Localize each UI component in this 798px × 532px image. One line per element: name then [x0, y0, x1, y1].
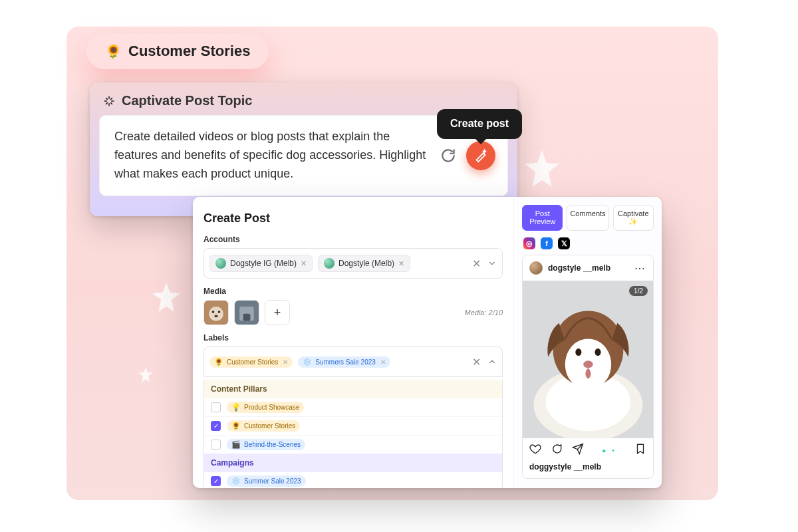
preview-caption-handle: doggystyle __melb	[523, 462, 653, 478]
emoji-icon: 🌻	[231, 422, 241, 430]
clear-all-icon[interactable]: ✕	[472, 356, 481, 368]
checkbox-icon[interactable]: ✓	[211, 421, 221, 431]
save-button[interactable]	[634, 443, 646, 458]
account-chip[interactable]: Dogstyle (Melb) ✕	[318, 255, 410, 272]
network-selector: ◎ f 𝕏	[523, 237, 654, 249]
svg-point-1	[209, 307, 223, 321]
sparkle-icon	[103, 95, 115, 107]
magic-wand-icon	[473, 148, 488, 163]
label-tag-text: Summers Sale 2023	[315, 358, 376, 366]
captivate-title: Captivate Post Topic	[122, 93, 252, 108]
checkbox-icon[interactable]	[211, 440, 221, 450]
media-thumbnail[interactable]	[203, 300, 229, 325]
x-icon[interactable]: 𝕏	[558, 237, 570, 249]
pillar-option[interactable]: ✓ 🌻Customer Stories	[204, 416, 502, 435]
instagram-preview-card: dogstyle __melb ⋯	[522, 255, 654, 479]
captivate-text: Create detailed videos or blog posts tha…	[114, 130, 426, 180]
star-icon	[136, 366, 155, 384]
more-options-button[interactable]: ⋯	[634, 262, 646, 275]
account-chip[interactable]: Dogstyle IG (Melb) ✕	[209, 255, 313, 272]
tab-captivate[interactable]: Captivate ✨	[613, 205, 654, 231]
create-post-title: Create Post	[203, 211, 503, 225]
carousel-dots-icon: ● •	[593, 447, 625, 454]
tab-post-preview[interactable]: Post Preview	[522, 205, 563, 231]
star-icon	[148, 279, 185, 317]
regenerate-button[interactable]	[437, 144, 460, 167]
label-tag[interactable]: ❄️ Summers Sale 2023 ✕	[298, 356, 390, 368]
checkbox-icon[interactable]: ✓	[211, 476, 221, 486]
labels-dropdown: Content Pillars 💡Product Showcase ✓ 🌻Cus…	[203, 380, 503, 488]
sunflower-icon: 🌻	[105, 43, 122, 59]
emoji-icon: 🎬	[231, 440, 241, 449]
label-tag[interactable]: 🌻 Customer Stories ✕	[209, 356, 293, 368]
pillar-option[interactable]: 💡Product Showcase	[204, 398, 502, 416]
share-button[interactable]	[572, 443, 584, 458]
account-chip-label: Dogstyle IG (Melb)	[230, 259, 297, 268]
sunflower-icon: 🌻	[214, 358, 223, 366]
accounts-label: Accounts	[203, 235, 503, 244]
chevron-up-icon[interactable]	[487, 357, 497, 366]
star-icon	[519, 146, 565, 193]
create-post-window: Create Post Accounts Dogstyle IG (Melb) …	[193, 197, 662, 488]
tab-comments[interactable]: Comments	[567, 205, 608, 231]
captivate-card: Captivate Post Topic Create detailed vid…	[90, 82, 517, 216]
pillar-option-label: Customer Stories	[244, 422, 295, 430]
create-post-button[interactable]: Create post	[466, 141, 495, 170]
campaign-option[interactable]: ✓ ❄️Summer Sale 2023	[204, 472, 502, 488]
preview-handle: dogstyle __melb	[548, 263, 610, 273]
media-label: Media	[203, 287, 503, 296]
remove-tag-icon[interactable]: ✕	[283, 358, 288, 366]
snowflake-icon: ❄️	[303, 358, 312, 366]
emoji-icon: 💡	[231, 403, 241, 412]
pillar-option-label: Product Showcase	[244, 404, 299, 411]
svg-point-2	[212, 311, 215, 313]
preview-image[interactable]: 1/2	[523, 281, 653, 438]
topic-badge-label: Customer Stories	[128, 43, 250, 60]
avatar-icon	[529, 261, 543, 275]
preview-panel: Post Preview Comments Captivate ✨ ◎ f 𝕏 …	[514, 197, 662, 488]
svg-point-13	[595, 348, 600, 356]
account-avatar-icon	[215, 258, 226, 269]
add-media-button[interactable]: +	[265, 300, 290, 325]
campaigns-header: Campaigns	[204, 454, 502, 472]
campaign-option-label: Summer Sale 2023	[244, 477, 301, 485]
pillar-option-label: Behind-the-Scenes	[244, 441, 301, 448]
svg-point-4	[214, 315, 217, 318]
labels-label: Labels	[203, 333, 503, 342]
topic-badge: 🌻 Customer Stories	[86, 33, 269, 69]
svg-rect-7	[243, 314, 251, 321]
account-avatar-icon	[324, 258, 334, 269]
pillar-option[interactable]: 🎬Behind-the-Scenes	[204, 435, 502, 454]
comment-button[interactable]	[551, 443, 563, 458]
image-counter: 1/2	[629, 286, 648, 296]
remove-chip-icon[interactable]: ✕	[301, 259, 307, 268]
media-counter: Media: 2/10	[465, 309, 503, 317]
svg-point-3	[218, 311, 221, 313]
refresh-icon	[440, 147, 457, 164]
remove-tag-icon[interactable]: ✕	[380, 358, 386, 366]
label-tag-text: Customer Stories	[227, 358, 278, 366]
create-post-form: Create Post Accounts Dogstyle IG (Melb) …	[193, 197, 514, 488]
account-chip-label: Dogstyle (Melb)	[338, 259, 394, 268]
media-thumbnail[interactable]	[234, 300, 259, 325]
facebook-icon[interactable]: f	[541, 237, 553, 249]
chevron-down-icon[interactable]	[487, 259, 497, 268]
labels-select[interactable]: 🌻 Customer Stories ✕ ❄️ Summers Sale 202…	[203, 346, 503, 377]
checkbox-icon[interactable]	[211, 402, 221, 412]
clear-all-icon[interactable]: ✕	[472, 257, 481, 270]
instagram-icon[interactable]: ◎	[523, 237, 535, 249]
like-button[interactable]	[529, 443, 541, 458]
svg-point-14	[583, 360, 593, 368]
emoji-icon: ❄️	[231, 477, 241, 485]
accounts-select[interactable]: Dogstyle IG (Melb) ✕ Dogstyle (Melb) ✕ ✕	[203, 248, 503, 279]
remove-chip-icon[interactable]: ✕	[398, 259, 404, 268]
captivate-body: Create detailed videos or blog posts tha…	[99, 115, 508, 196]
svg-point-12	[575, 348, 581, 356]
create-post-tooltip: Create post	[437, 109, 522, 139]
content-pillars-header: Content Pillars	[204, 380, 502, 398]
